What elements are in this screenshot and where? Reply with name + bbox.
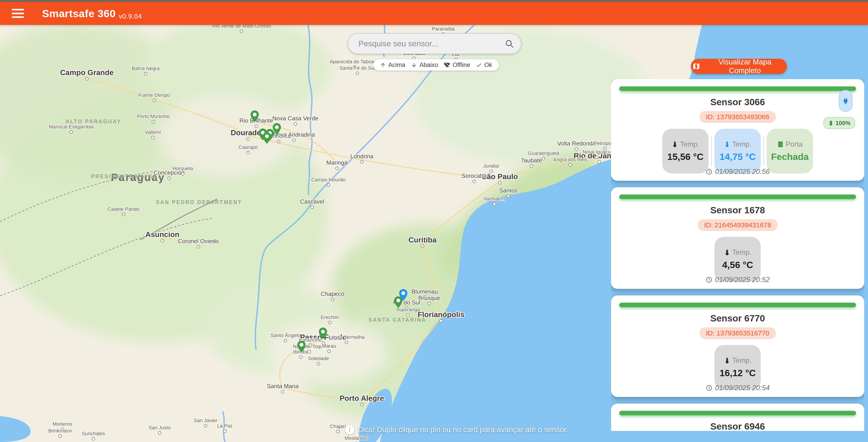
reading-divider (764, 137, 764, 166)
sensor-id-badge: ID: 13793653516770 (700, 327, 775, 339)
map-city-dot (144, 72, 147, 75)
reading-door-status: Porta Fechada (767, 129, 813, 174)
map-label: Cadete Pando (107, 206, 140, 212)
map-label: São Paulo (482, 172, 518, 181)
last-update-text: 01/09/2025 20:56 (715, 168, 770, 176)
map-label: Mostardas (345, 435, 368, 441)
map-city-dot (300, 356, 302, 359)
map-city-dot (161, 239, 164, 242)
map-city-dot (361, 160, 364, 164)
map-city-dot (240, 30, 243, 33)
readings-row: Temp. 4,56 °C (619, 237, 856, 282)
sensor-title: Sensor 1678 (619, 205, 856, 215)
filter-abaixo[interactable]: Abaixo (411, 61, 438, 68)
map-city-dot (428, 302, 431, 305)
filter-abaixo-label: Abaixo (419, 61, 438, 68)
map-city-dot (223, 430, 226, 433)
map-city-dot (598, 160, 601, 164)
map-label: Sunchales (82, 431, 105, 436)
map-city-dot (507, 195, 510, 198)
map-city-dot (204, 424, 207, 427)
filter-offline[interactable]: Offline (444, 61, 470, 68)
sensor-card-6770[interactable]: Sensor 6770 ID: 13793653516770 Temp. 16,… (611, 295, 864, 397)
sensor-card-list: Sensor 3066 ID: 13793653493066 100% Temp… (611, 79, 864, 431)
map-city-dot (337, 430, 339, 433)
check-icon (476, 62, 482, 68)
map-label: Florianópolis (417, 311, 464, 319)
sensor-title: Sensor 3066 (619, 97, 856, 108)
thermometer-icon (724, 357, 731, 364)
map-label: Morteros (53, 421, 72, 427)
sensor-card-3066[interactable]: Sensor 3066 ID: 13793653493066 100% Temp… (611, 79, 864, 181)
reading-label: Temp. (732, 140, 751, 148)
reading-label: Porta (786, 140, 802, 148)
battery-icon (828, 120, 834, 126)
view-full-map-button[interactable]: Visualizar Mapa Completo (691, 59, 787, 74)
map-city-dot (152, 136, 154, 139)
map-label: Soledade (308, 356, 329, 361)
filter-offline-label: Offline (453, 61, 470, 68)
map-label: Chapecó (321, 290, 344, 297)
app-stage: ParaguayPRESIDENTE HAYESALTO PARAGUAYSAN… (0, 0, 868, 442)
thermometer-icon (724, 249, 731, 256)
readings-row: Temp. 15,56 °C Temp. 14,75 °C Po (619, 129, 856, 174)
map-city-dot (421, 245, 424, 248)
map-label: San Justo (149, 425, 171, 431)
last-update: 01/09/2025 20:52 (611, 276, 864, 284)
arrow-down-icon (411, 62, 417, 68)
map-icon (692, 62, 700, 70)
filter-ok[interactable]: Ok (476, 61, 492, 68)
map-label: Santa Maria (267, 383, 299, 389)
map-label: Marau (322, 343, 336, 349)
last-update: 01/09/2025 20:54 (611, 384, 864, 392)
map-city-dot (255, 125, 258, 128)
sensor-card-1678[interactable]: Sensor 1678 ID: 216454939431678 Temp. 4,… (611, 187, 864, 289)
map-label: Brusque (418, 295, 440, 301)
menu-hamburger-icon[interactable] (12, 9, 24, 18)
search-input[interactable] (358, 39, 504, 49)
map-label: Nova Iguaçu (583, 149, 611, 155)
filter-acima-label: Acima (388, 61, 405, 68)
reading-value: 16,12 °C (720, 368, 756, 378)
battery-badge: 100% (824, 117, 855, 129)
map-city-dot (440, 319, 443, 322)
clock-icon (706, 276, 712, 283)
map-label: ALTO PARAGUAY (66, 119, 121, 124)
view-full-map-label: Visualizar Mapa Completo (704, 58, 785, 75)
signal-progress-bar (619, 411, 856, 415)
search-icon[interactable] (504, 39, 514, 49)
map-city-dot (361, 403, 364, 406)
reading-label: Temp. (732, 356, 751, 365)
map-city-dot (336, 167, 339, 170)
map-city-dot (277, 140, 280, 143)
map-city-dot (345, 341, 348, 344)
map-label: Asuncion (146, 230, 179, 239)
filter-acima[interactable]: Acima (380, 61, 405, 68)
sensor-card-6946[interactable]: Sensor 6946 ID: 13793653586946 Temp. 16,… (611, 404, 864, 431)
map-city-dot (493, 203, 496, 206)
map-city-dot (181, 172, 184, 175)
map-label: Maringá (327, 159, 348, 166)
reading-label: Temp. (680, 140, 699, 148)
map-label: Santos (499, 187, 518, 194)
map-label: San Javier (194, 418, 217, 423)
map-city-dot (247, 138, 250, 141)
reading-divider (711, 137, 712, 166)
window-edge-strip (0, 0, 868, 2)
reading-temp-internal: Temp. 15,56 °C (662, 129, 709, 174)
map-label: SAN PEDRO DEPARTMENT (156, 199, 242, 205)
sensor-title: Sensor 6770 (619, 313, 856, 324)
map-city-dot (407, 314, 410, 317)
map-label: Sorocaba (461, 172, 487, 179)
map-label: Campo Mourão (311, 177, 346, 182)
map-city-dot (311, 206, 314, 209)
map-city-dot (122, 213, 125, 216)
reading-value: 14,75 °C (720, 152, 756, 162)
sensor-search-bar (348, 33, 521, 54)
map-city-dot (293, 139, 296, 142)
map-label: Londrina (350, 153, 373, 160)
readings-row: Temp. 16,12 °C (619, 345, 856, 390)
map-label: Guaratinguetá (528, 150, 559, 156)
map-label: Horqueta (173, 166, 193, 171)
map-label: Mariscal Estigarribia (49, 124, 94, 129)
